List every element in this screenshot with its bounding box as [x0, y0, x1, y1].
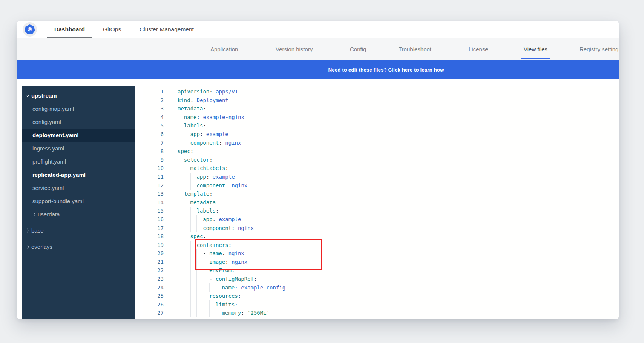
code-line-3: metadata:: [178, 104, 619, 113]
tree-item-label: overlays: [31, 243, 52, 250]
indent-guide: [178, 156, 184, 164]
indent-guide: [190, 309, 197, 317]
banner-text-after: to learn how: [412, 67, 444, 73]
tree-file-ingress-yaml[interactable]: ingress.yaml: [22, 142, 135, 155]
banner-text-before: Need to edit these files?: [328, 67, 388, 73]
indent-guide: [190, 241, 197, 250]
tree-file-deployment-yaml[interactable]: deployment.yaml: [22, 129, 135, 142]
indent-guide: [178, 164, 184, 173]
edit-files-banner: Need to edit these files? Click here to …: [17, 60, 619, 79]
tree-file-support-bundle-yaml[interactable]: support-bundle.yaml: [22, 194, 135, 208]
chevron-down-icon: [26, 93, 29, 97]
subnav-tab-troubleshoot[interactable]: Troubleshoot: [399, 38, 431, 60]
line-number: 11: [143, 173, 169, 181]
tree-file-config-map-yaml[interactable]: config-map.yaml: [22, 102, 135, 115]
indent-guide: [178, 224, 184, 233]
chevron-right-icon: [26, 245, 29, 249]
indent-guide: [190, 258, 197, 266]
chevron-right-icon: [32, 213, 36, 216]
line-number: 14: [143, 198, 169, 207]
code-line-5: labels:: [178, 121, 619, 130]
topnav-tab-dashboard[interactable]: Dashboard: [54, 21, 85, 38]
indent-guide: [184, 241, 190, 250]
tree-file-replicated-app-yaml[interactable]: replicated-app.yaml: [22, 168, 135, 181]
indent-guide: [178, 130, 184, 139]
indent-guide: [196, 300, 203, 309]
line-number-gutter: 1234567891011121314151617181920212223242…: [143, 86, 169, 319]
indent-guide: [184, 224, 190, 233]
tree-item-label: support-bundle.yaml: [32, 198, 84, 204]
tree-folder-upstream[interactable]: upstream: [22, 89, 135, 102]
indent-guide: [184, 249, 190, 258]
indent-guide: [178, 266, 184, 275]
subnav-tab-config[interactable]: Config: [350, 38, 366, 60]
line-number: 23: [143, 275, 169, 283]
indent-guide: [178, 121, 184, 130]
indent-guide: [196, 224, 203, 233]
tree-folder-base[interactable]: base: [22, 224, 135, 237]
indent-guide: [209, 283, 216, 292]
line-number: 2: [143, 96, 169, 105]
indent-guide: [196, 292, 203, 300]
yaml-file-viewer[interactable]: 1234567891011121314151617181920212223242…: [143, 86, 619, 319]
subnav-tab-registry-settings[interactable]: Registry settings: [580, 38, 619, 60]
tree-item-label: upstream: [31, 92, 57, 99]
line-number: 7: [143, 139, 169, 147]
kubernetes-logo[interactable]: ☸: [23, 22, 37, 37]
indent-guide: [184, 215, 190, 224]
indent-guide: [190, 215, 197, 224]
line-number: 13: [143, 190, 169, 198]
code-line-1: apiVersion: apps/v1: [178, 87, 619, 96]
indent-guide: [203, 266, 209, 275]
indent-guide: [190, 249, 197, 258]
code-line-18: spec:: [178, 232, 619, 241]
indent-guide: [190, 181, 197, 190]
code-line-16: app: example: [178, 215, 619, 224]
indent-guide: [178, 215, 184, 224]
indent-guide: [178, 190, 184, 198]
indent-guide: [184, 283, 190, 292]
code-line-7: component: nginx: [178, 139, 619, 147]
subnav-tab-view-files[interactable]: View files: [524, 38, 547, 60]
indent-guide: [178, 181, 184, 190]
tree-file-service-yaml[interactable]: service.yaml: [22, 181, 135, 194]
line-number: 8: [143, 147, 169, 156]
code-line-26: limits:: [178, 300, 619, 309]
tree-file-preflight-yaml[interactable]: preflight.yaml: [22, 155, 135, 168]
indent-guide: [184, 139, 190, 147]
banner-click-here-link[interactable]: Click here: [388, 67, 413, 73]
topnav-tab-gitops[interactable]: GitOps: [103, 21, 121, 38]
tree-item-label: config-map.yaml: [32, 106, 74, 112]
code-line-22: envFrom:: [178, 266, 619, 275]
indent-guide: [190, 207, 197, 215]
tree-folder-overlays[interactable]: overlays: [22, 240, 135, 253]
topnav-tab-cluster-management[interactable]: Cluster Management: [140, 21, 194, 38]
tree-file-config-yaml[interactable]: config.yaml: [22, 115, 135, 129]
indent-guide: [203, 283, 209, 292]
tree-item-label: ingress.yaml: [32, 145, 64, 152]
line-number: 9: [143, 156, 169, 164]
indent-guide: [190, 292, 197, 300]
line-number: 26: [143, 300, 169, 309]
tree-item-label: base: [31, 227, 44, 234]
indent-guide: [184, 181, 190, 190]
subnav-tab-application[interactable]: Application: [210, 38, 238, 60]
code-line-2: kind: Deployment: [178, 96, 619, 105]
line-number: 4: [143, 113, 169, 122]
line-number: 21: [143, 258, 169, 266]
code-line-6: app: example: [178, 130, 619, 139]
indent-guide: [184, 130, 190, 139]
line-number: 6: [143, 130, 169, 139]
tree-folder-userdata[interactable]: userdata: [22, 208, 135, 221]
indent-guide: [190, 275, 197, 283]
indent-guide: [178, 198, 184, 207]
indent-guide: [178, 173, 184, 181]
subnav-tab-license[interactable]: License: [469, 38, 488, 60]
line-number: 22: [143, 266, 169, 275]
code-line-13: template:: [178, 190, 619, 198]
indent-guide: [178, 207, 184, 215]
subnav-tab-version-history[interactable]: Version history: [276, 38, 313, 60]
indent-guide: [190, 283, 197, 292]
line-number: 24: [143, 283, 169, 292]
line-number: 17: [143, 224, 169, 233]
